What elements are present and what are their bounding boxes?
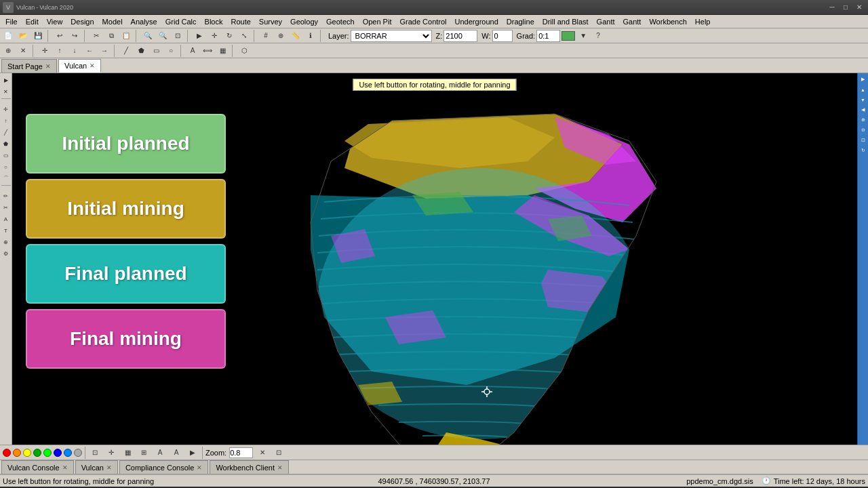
tb3-poly[interactable]: ⬟ <box>134 45 148 57</box>
tb-fit[interactable]: ⊡ <box>171 30 184 42</box>
rt-btn6[interactable]: ⊖ <box>859 125 868 135</box>
tb-grid[interactable]: # <box>259 30 273 42</box>
zoom-btn2[interactable]: ✛ <box>104 447 118 459</box>
w-input[interactable]: 0 <box>492 30 513 42</box>
menu-view[interactable]: View <box>43 16 67 28</box>
tb-info[interactable]: ℹ <box>304 30 317 42</box>
btab-vulcan[interactable]: Vulcan ✕ <box>75 460 118 474</box>
tab-vulcan-close[interactable]: ✕ <box>90 62 95 69</box>
lt-btn15[interactable]: ⚙ <box>1 248 12 259</box>
tb-move[interactable]: ✛ <box>208 30 221 42</box>
rt-btn7[interactable]: ⊡ <box>859 136 868 145</box>
zoom-btn3[interactable]: ▦ <box>121 447 134 459</box>
tb3-line[interactable]: ╱ <box>119 45 133 57</box>
rt-btn1[interactable]: ▶ <box>859 75 868 84</box>
menu-drillandblast[interactable]: Drill and Blast <box>538 16 593 28</box>
icon-red[interactable] <box>3 449 11 457</box>
menu-geotech[interactable]: Geotech <box>322 16 359 28</box>
lt-btn9[interactable]: ⌒ <box>1 173 12 184</box>
menu-gridcalc[interactable]: Grid Calc <box>161 16 201 28</box>
btab-workbench[interactable]: Workbench Client ✕ <box>210 460 289 474</box>
menu-help[interactable]: Help <box>691 16 715 28</box>
tb3-dim[interactable]: ⟺ <box>201 45 214 57</box>
menu-gantt1[interactable]: Gantt <box>593 16 619 28</box>
zoom-reset[interactable]: ✕ <box>256 447 269 459</box>
zoom-btn6[interactable]: A <box>170 447 183 459</box>
icon-blue1[interactable] <box>54 449 62 457</box>
rt-btn5[interactable]: ⊕ <box>859 115 868 125</box>
zoom-btn5[interactable]: A <box>153 447 167 459</box>
tb-scale[interactable]: ⤡ <box>237 30 251 42</box>
tb-zoom-in[interactable]: 🔍 <box>141 30 155 42</box>
lt-btn12[interactable]: A <box>1 214 12 224</box>
tb3-1[interactable]: ⊕ <box>1 45 15 57</box>
legend-final-mining[interactable]: Final mining <box>26 309 226 369</box>
color-swatch[interactable] <box>561 31 575 41</box>
menu-edit[interactable]: Edit <box>22 16 43 28</box>
maximize-button[interactable]: □ <box>840 3 852 12</box>
tb-select[interactable]: ▶ <box>193 30 206 42</box>
tab-startpage[interactable]: Start Page ✕ <box>1 59 57 73</box>
icon-gray[interactable] <box>74 449 82 457</box>
icon-yellow[interactable] <box>23 449 31 457</box>
tb-rotate[interactable]: ↻ <box>222 30 236 42</box>
tb3-arrow3[interactable]: ← <box>83 45 96 57</box>
tb-cut[interactable]: ✂ <box>90 30 103 42</box>
tb3-rect[interactable]: ▭ <box>149 45 163 57</box>
tb3-cross[interactable]: ✛ <box>38 45 52 57</box>
rt-btn3[interactable]: ▼ <box>859 95 868 104</box>
tb3-fill[interactable]: ▦ <box>216 45 229 57</box>
menu-survey[interactable]: Survey <box>255 16 286 28</box>
tb3-x[interactable]: ✕ <box>16 45 30 57</box>
menu-analyse[interactable]: Analyse <box>127 16 161 28</box>
btab-compliance[interactable]: Compliance Console ✕ <box>119 460 209 474</box>
tab-startpage-close[interactable]: ✕ <box>45 63 51 70</box>
btab-vulcan-close[interactable]: ✕ <box>106 464 112 471</box>
minimize-button[interactable]: ─ <box>826 3 838 12</box>
tb-help[interactable]: ? <box>591 30 605 42</box>
menu-workbench[interactable]: Workbench <box>645 16 690 28</box>
menu-block[interactable]: Block <box>201 16 227 28</box>
tb-snap[interactable]: ⊕ <box>274 30 288 42</box>
menu-dragline[interactable]: Dragline <box>502 16 538 28</box>
viewport[interactable]: Use left button for rotating, middle for… <box>12 73 857 445</box>
tb-open[interactable]: 📂 <box>16 30 30 42</box>
btab-compliance-close[interactable]: ✕ <box>197 464 202 471</box>
zoom-input[interactable] <box>229 447 253 458</box>
rt-btn4[interactable]: ◀ <box>859 105 868 115</box>
btab-vulcan-console-close[interactable]: ✕ <box>62 464 68 471</box>
legend-initial-planned[interactable]: Initial planned <box>26 114 226 174</box>
lt-btn7[interactable]: ▭ <box>1 150 12 161</box>
zoom-btn1[interactable]: ⊡ <box>88 447 102 459</box>
lt-btn1[interactable]: ▶ <box>1 75 12 85</box>
tb-new[interactable]: 📄 <box>1 30 15 42</box>
menu-openpit[interactable]: Open Pit <box>359 16 396 28</box>
tb-save[interactable]: 💾 <box>31 30 45 42</box>
menu-model[interactable]: Model <box>98 16 127 28</box>
lt-btn10[interactable]: ✏ <box>1 190 12 201</box>
zoom-fit[interactable]: ⊡ <box>272 447 285 459</box>
rt-btn2[interactable]: ▲ <box>859 85 868 94</box>
tb-zoom-out[interactable]: 🔍 <box>156 30 170 42</box>
tb-undo[interactable]: ↩ <box>53 30 66 42</box>
tb3-circ[interactable]: ○ <box>164 45 178 57</box>
tb-copy[interactable]: ⧉ <box>104 30 118 42</box>
lt-btn8[interactable]: ○ <box>1 161 12 172</box>
menu-gradecontrol[interactable]: Grade Control <box>395 16 450 28</box>
icon-orange[interactable] <box>13 449 21 457</box>
tb3-arrow4[interactable]: → <box>98 45 111 57</box>
tab-vulcan[interactable]: Vulcan ✕ <box>58 59 101 73</box>
zoom-btn4[interactable]: ⊞ <box>137 447 151 459</box>
menu-underground[interactable]: Underground <box>451 16 502 28</box>
legend-final-planned[interactable]: Final planned <box>26 244 226 304</box>
grad-input[interactable]: 0:1 <box>536 30 560 42</box>
close-button[interactable]: ✕ <box>853 3 865 12</box>
lt-btn2[interactable]: ✕ <box>1 86 12 97</box>
icon-green2[interactable] <box>43 449 52 457</box>
tb-paste[interactable]: 📋 <box>119 30 133 42</box>
lt-btn4[interactable]: ↑ <box>1 115 12 126</box>
lt-btn14[interactable]: ⊕ <box>1 237 12 247</box>
btab-workbench-close[interactable]: ✕ <box>277 464 283 471</box>
btab-vulcan-console[interactable]: Vulcan Console ✕ <box>1 460 74 474</box>
icon-blue2[interactable] <box>64 449 72 457</box>
